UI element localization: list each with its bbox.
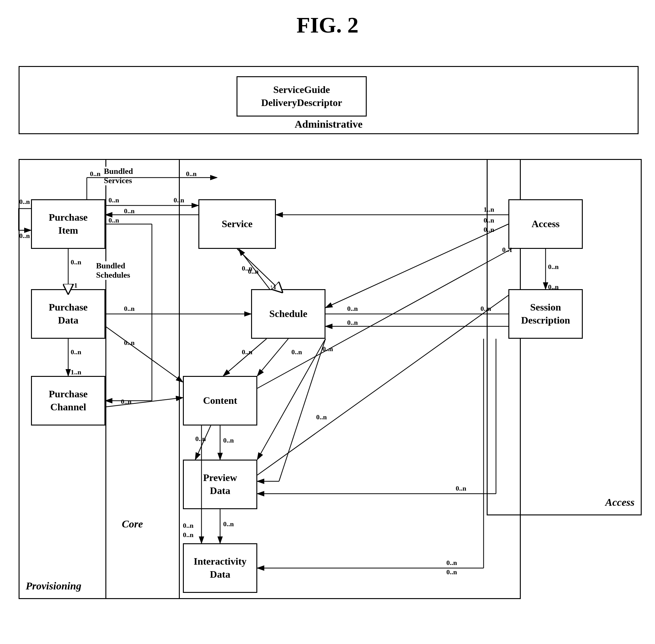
service-guide-box: ServiceGuideDeliveryDescriptor: [236, 76, 367, 117]
administrative-label: Administrative: [294, 118, 362, 130]
bundled-schedules-label: BundledSchedules: [96, 261, 130, 280]
content-box: Content: [183, 376, 257, 426]
access-outer-label: Access: [605, 497, 635, 508]
service-label: Service: [222, 217, 253, 231]
purchase-channel-label: PurchaseChannel: [49, 388, 88, 413]
core-box: Core: [106, 159, 521, 599]
session-description-label: SessionDescription: [521, 301, 570, 327]
service-box: Service: [198, 199, 276, 249]
preview-data-box: PreviewData: [183, 460, 257, 509]
service-guide-label: ServiceGuideDeliveryDescriptor: [261, 83, 342, 109]
preview-data-label: PreviewData: [203, 472, 237, 497]
administrative-box: ServiceGuideDeliveryDescriptor Administr…: [19, 66, 638, 134]
interactivity-data-label: InteractivityData: [194, 555, 247, 581]
schedule-label: Schedule: [269, 307, 308, 320]
core-label: Core: [122, 518, 143, 530]
access-label: Access: [532, 217, 560, 231]
schedule-box: Schedule: [251, 289, 325, 339]
purchase-data-label: PurchaseData: [49, 301, 88, 327]
interactivity-data-box: InteractivityData: [183, 543, 257, 593]
page-title: FIG. 2: [0, 0, 655, 47]
session-description-box: SessionDescription: [509, 289, 583, 339]
provisioning-label: Provisioning: [26, 580, 81, 592]
purchase-item-box: PurchaseItem: [31, 199, 106, 249]
purchase-data-box: PurchaseData: [31, 289, 106, 339]
access-inner-box: Access: [509, 199, 583, 249]
bundled-services-label: BundledServices: [104, 167, 133, 185]
content-label: Content: [203, 394, 237, 407]
purchase-channel-box: PurchaseChannel: [31, 376, 106, 426]
purchase-item-label: PurchaseItem: [49, 211, 88, 237]
